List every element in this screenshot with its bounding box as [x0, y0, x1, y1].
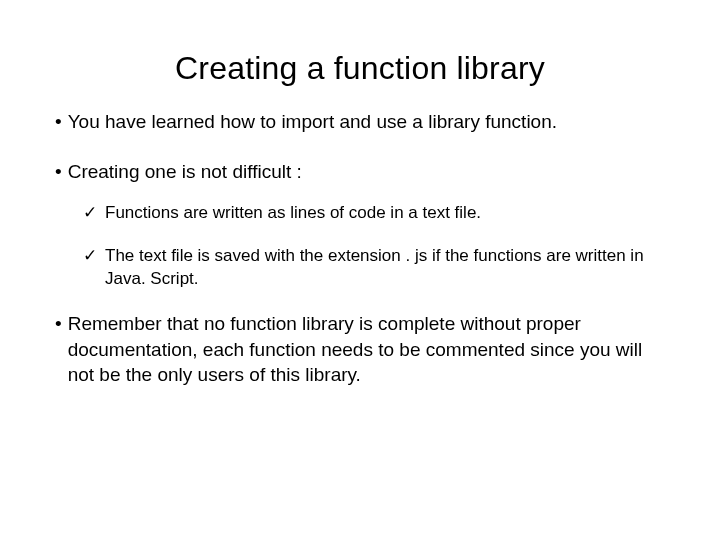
check-text-1: Functions are written as lines of code i… [105, 202, 481, 225]
bullet-item-1: • You have learned how to import and use… [55, 109, 665, 135]
bullet-text-1: You have learned how to import and use a… [68, 109, 557, 135]
check-text-2: The text file is saved with the extensio… [105, 245, 665, 291]
check-item-2: ✓ The text file is saved with the extens… [83, 245, 665, 291]
bullet-icon: • [55, 159, 62, 185]
bullet-icon: • [55, 109, 62, 135]
bullet-text-2: Creating one is not difficult : [68, 159, 302, 185]
bullet-icon: • [55, 311, 62, 337]
slide-title: Creating a function library [55, 50, 665, 87]
check-item-1: ✓ Functions are written as lines of code… [83, 202, 665, 225]
bullet-item-2: • Creating one is not difficult : [55, 159, 665, 185]
bullet-text-3: Remember that no function library is com… [68, 311, 665, 388]
bullet-item-3: • Remember that no function library is c… [55, 311, 665, 388]
check-icon: ✓ [83, 245, 97, 268]
check-icon: ✓ [83, 202, 97, 225]
